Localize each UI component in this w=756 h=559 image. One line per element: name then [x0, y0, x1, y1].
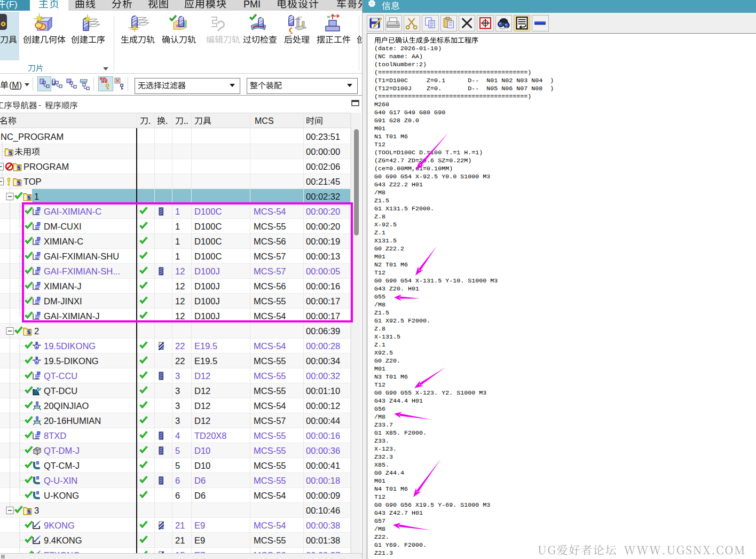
svg-text:D10: D10	[194, 446, 210, 455]
svg-text:MCS-55: MCS-55	[254, 386, 286, 396]
svg-text:9KONG: 9KONG	[44, 521, 75, 530]
svg-text:GAI-FXIMIAN-SH...: GAI-FXIMIAN-SH...	[44, 266, 120, 276]
svg-text:(M): (M)	[9, 81, 22, 90]
svg-text:D100J: D100J	[194, 296, 220, 306]
svg-text:00:00:34: 00:00:34	[306, 356, 340, 366]
svg-text:00:00:41: 00:00:41	[306, 461, 340, 470]
svg-text:5: 5	[175, 446, 180, 455]
svg-text:19.5DIKONG: 19.5DIKONG	[44, 341, 96, 351]
svg-text:MCS-56: MCS-56	[254, 550, 286, 559]
svg-text:00:21:45: 00:21:45	[306, 177, 340, 186]
svg-text:MCS-55: MCS-55	[254, 446, 286, 455]
svg-text:QT-CM-J: QT-CM-J	[44, 461, 80, 470]
svg-text:D12: D12	[194, 371, 210, 381]
svg-text:00:00:17: 00:00:17	[306, 296, 340, 306]
svg-text:E9: E9	[194, 536, 205, 545]
svg-text:21: 21	[175, 521, 185, 530]
svg-text:QT-DCU: QT-DCU	[44, 386, 77, 396]
svg-text:MCS-54: MCS-54	[254, 491, 286, 500]
svg-text:MCS-55: MCS-55	[254, 476, 286, 485]
svg-text:MCS-55: MCS-55	[254, 371, 286, 381]
svg-text:1: 1	[175, 251, 180, 261]
svg-text:00:00:05: 00:00:05	[306, 266, 340, 276]
svg-text:MCS-54: MCS-54	[254, 311, 286, 321]
svg-text:3: 3	[175, 401, 180, 411]
svg-text:D6: D6	[194, 476, 206, 485]
svg-text:00:10:46: 00:10:46	[306, 506, 340, 515]
svg-text:F7KONG: F7KONG	[44, 550, 80, 559]
svg-text:MCS-54: MCS-54	[254, 521, 286, 530]
svg-text:D12: D12	[194, 386, 210, 396]
svg-text:Q-U-XIN: Q-U-XIN	[44, 476, 77, 485]
svg-text:MCS-55: MCS-55	[254, 536, 286, 545]
svg-text:00:00:27: 00:00:27	[306, 550, 340, 559]
svg-text:00:00:18: 00:00:18	[306, 476, 340, 485]
svg-text:MCS: MCS	[255, 116, 274, 125]
svg-text:8TXD: 8TXD	[44, 431, 66, 440]
svg-text:DM-CUXI: DM-CUXI	[44, 222, 82, 231]
svg-text:MCS-57: MCS-57	[254, 416, 286, 426]
svg-text:22: 22	[175, 356, 185, 366]
svg-text:12: 12	[175, 311, 185, 321]
svg-text:9.4KONG: 9.4KONG	[44, 536, 82, 545]
svg-text:PMI: PMI	[243, 0, 261, 10]
svg-text:00:01:10: 00:01:10	[306, 386, 340, 396]
svg-text:2: 2	[34, 326, 39, 336]
svg-text:3: 3	[34, 506, 39, 515]
svg-text:00:00:12: 00:00:12	[306, 401, 340, 411]
svg-text:MCS-54: MCS-54	[254, 401, 286, 411]
svg-text:QT-DM-J: QT-DM-J	[44, 446, 80, 455]
svg-text:D100C: D100C	[194, 222, 222, 231]
svg-text:MCS-56: MCS-56	[254, 237, 286, 246]
svg-text:00:00:28: 00:00:28	[306, 341, 340, 351]
svg-text:00:00:36: 00:00:36	[306, 446, 340, 455]
svg-text:1: 1	[175, 207, 180, 216]
svg-text:3: 3	[175, 386, 180, 396]
svg-text:PROGRAM: PROGRAM	[23, 162, 69, 171]
svg-text:D100C: D100C	[194, 237, 222, 246]
svg-text:D100J: D100J	[194, 281, 220, 291]
svg-text:MCS-57: MCS-57	[254, 266, 286, 276]
svg-text:4: 4	[175, 431, 180, 440]
svg-text:00:02:06: 00:02:06	[306, 162, 340, 171]
svg-text:00:00:17: 00:00:17	[306, 311, 340, 321]
svg-text:XIMIAN-C: XIMIAN-C	[44, 237, 83, 246]
svg-text:DM-JINXI: DM-JINXI	[44, 296, 82, 306]
svg-text:D12: D12	[194, 401, 210, 411]
svg-text:MCS-56: MCS-56	[254, 281, 286, 291]
svg-text:00:00:44: 00:00:44	[306, 416, 340, 426]
svg-text:-: -	[38, 100, 41, 109]
svg-text:D10: D10	[194, 461, 210, 470]
svg-text:GAI-XIMIAN-J: GAI-XIMIAN-J	[44, 311, 100, 321]
svg-text:22: 22	[175, 341, 185, 351]
svg-text:00:00:13: 00:00:13	[306, 251, 340, 261]
svg-text:00:00:16: 00:00:16	[306, 281, 340, 291]
svg-text:E9: E9	[194, 521, 205, 530]
svg-text:21: 21	[175, 536, 185, 545]
svg-text:MCS-54: MCS-54	[254, 341, 286, 351]
svg-text:MCS-55: MCS-55	[254, 461, 286, 470]
svg-text:00:00:32: 00:00:32	[306, 371, 340, 381]
svg-text:MCS-54: MCS-54	[254, 207, 286, 216]
svg-text:1: 1	[175, 222, 180, 231]
svg-text:D100C: D100C	[194, 207, 222, 216]
svg-text:3: 3	[175, 416, 180, 426]
svg-text:TD20X8: TD20X8	[194, 431, 227, 440]
svg-text:00:06:39: 00:06:39	[306, 326, 340, 336]
svg-text:QT-CCU: QT-CCU	[44, 371, 77, 381]
svg-text:12: 12	[175, 266, 185, 276]
svg-text:MCS-57: MCS-57	[254, 251, 286, 261]
svg-text:E7: E7	[194, 550, 205, 559]
svg-text:GAI-XIMIAN-C: GAI-XIMIAN-C	[44, 207, 101, 216]
svg-text:00:00:38: 00:00:38	[306, 521, 340, 530]
svg-text:E19.5: E19.5	[194, 356, 217, 366]
svg-text:12: 12	[175, 296, 185, 306]
svg-text:(F): (F)	[6, 0, 18, 10]
svg-text:15: 15	[175, 550, 185, 559]
svg-text:3: 3	[175, 371, 180, 381]
svg-text:00:00:09: 00:00:09	[306, 491, 340, 500]
svg-text:XIMIAN-J: XIMIAN-J	[44, 281, 82, 291]
svg-text:19.5-DIKONG: 19.5-DIKONG	[44, 356, 99, 366]
svg-text:00:02:32: 00:02:32	[306, 192, 340, 201]
svg-text:D100C: D100C	[194, 251, 222, 261]
